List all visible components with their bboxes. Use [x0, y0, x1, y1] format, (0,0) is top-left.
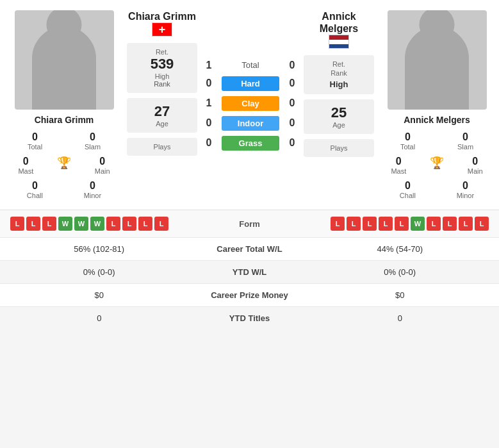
right-rank-type: High — [314, 79, 364, 89]
form-badge-left-2: L — [42, 217, 56, 231]
form-badge-right-3: L — [379, 217, 393, 231]
form-right: L L L L L W L L L L — [281, 217, 489, 231]
form-label: Form — [224, 219, 275, 229]
grass-badge: Grass — [222, 136, 279, 151]
form-badge-right-2: L — [363, 217, 377, 231]
right-player-card: Annick Melgers 0 Total 0 Slam 0 Mast — [379, 10, 495, 199]
career-wl-right: 44% (54-70) — [314, 244, 487, 254]
right-minor-stat: 0 Minor — [457, 180, 475, 199]
clay-score-left: 1 — [202, 97, 215, 109]
left-slam-stat: 0 Slam — [85, 131, 101, 151]
left-flag — [152, 22, 172, 37]
left-center-name: Chiara Grimm — [128, 10, 196, 22]
form-badge-left-7: L — [122, 217, 136, 231]
right-slam-stat: 0 Slam — [457, 131, 473, 151]
right-chall-stat: 0 Chall — [400, 180, 416, 199]
right-rank-label: Rank — [314, 69, 364, 77]
form-badge-left-4: W — [74, 217, 88, 231]
form-badge-right-0: L — [331, 217, 345, 231]
clay-score-right: 0 — [286, 97, 299, 109]
left-minor-stat: 0 Minor — [84, 180, 102, 199]
prize-money-label: Career Prize Money — [186, 290, 314, 300]
form-badge-left-3: W — [58, 217, 72, 231]
form-badge-right-9: L — [475, 217, 489, 231]
left-player-card: Chiara Grimm 0 Total 0 Slam 0 Mast — [6, 10, 122, 199]
left-chall-stat: 0 Chall — [27, 180, 43, 199]
right-total-stat: 0 Total — [400, 131, 415, 151]
left-center-info: Chiara Grimm Ret. 539 High Rank 27 Age P… — [127, 10, 197, 199]
right-mast-stat: 0 Mast — [391, 156, 406, 175]
form-section: L L L W W W L L L L Form L L L L L W L L… — [0, 210, 499, 237]
left-rank-value: 539 — [137, 56, 187, 72]
hard-score-left: 0 — [202, 78, 215, 89]
grass-row: 0 Grass 0 — [202, 136, 299, 151]
grass-score-right: 0 — [286, 137, 299, 149]
right-plays-box: Plays — [304, 139, 374, 157]
hard-row: 0 Hard 0 — [202, 76, 299, 91]
indoor-score-right: 0 — [286, 117, 299, 129]
prize-money-left: $0 — [13, 290, 186, 300]
right-age-label: Age — [314, 121, 364, 129]
left-trophy: 🏆 — [57, 156, 71, 175]
clay-row: 1 Clay 0 — [202, 96, 299, 111]
ytd-titles-row: 0 YTD Titles 0 — [0, 306, 499, 329]
form-badge-right-4: L — [395, 217, 409, 231]
ytd-titles-right: 0 — [314, 313, 487, 323]
ytd-titles-left: 0 — [13, 313, 186, 323]
form-badge-left-0: L — [10, 217, 24, 231]
left-age-value: 27 — [137, 103, 187, 120]
left-player-name: Chiara Grimm — [35, 115, 94, 125]
left-plays-label: Plays — [137, 143, 187, 151]
left-total-stat: 0 Total — [28, 131, 42, 151]
left-age-label: Age — [137, 120, 187, 128]
prize-money-right: $0 — [314, 290, 487, 300]
left-player-avatar — [15, 10, 114, 110]
left-main-stat: 0 Main — [95, 156, 110, 175]
form-badge-left-6: L — [106, 217, 120, 231]
total-score-right: 0 — [286, 60, 299, 71]
indoor-score-left: 0 — [202, 117, 215, 129]
right-player-avatar — [388, 10, 487, 110]
total-row: 1 Total 0 — [202, 60, 299, 71]
hard-badge: Hard — [222, 76, 279, 91]
right-age-box: 25 Age — [304, 99, 374, 134]
right-age-value: 25 — [314, 104, 364, 121]
left-player-stats: 0 Total 0 Slam 0 Mast 🏆 — [6, 129, 122, 199]
right-main-stat: 0 Main — [468, 156, 483, 175]
comparison-section: Chiara Grimm 0 Total 0 Slam 0 Mast — [0, 0, 499, 210]
left-ret-label: Ret. — [137, 48, 187, 56]
total-score-left: 1 — [202, 60, 215, 71]
right-flag — [329, 35, 349, 49]
stats-section: 56% (102-81) Career Total W/L 44% (54-70… — [0, 237, 499, 329]
form-badge-right-5: W — [411, 217, 425, 231]
main-container: Chiara Grimm 0 Total 0 Slam 0 Mast — [0, 0, 499, 329]
career-wl-left: 56% (102-81) — [13, 244, 186, 254]
right-trophy: 🏆 — [430, 156, 444, 175]
left-plays-box: Plays — [127, 138, 197, 156]
form-badge-left-1: L — [26, 217, 40, 231]
ytd-wl-left: 0% (0-0) — [13, 267, 186, 277]
total-label: Total — [222, 60, 279, 70]
form-badge-right-7: L — [443, 217, 457, 231]
ytd-wl-label: YTD W/L — [186, 267, 314, 277]
form-badge-right-1: L — [347, 217, 361, 231]
form-badge-left-8: L — [138, 217, 152, 231]
left-age-box: 27 Age — [127, 98, 197, 133]
right-player-stats: 0 Total 0 Slam 0 Mast 🏆 — [379, 129, 495, 199]
form-badge-left-5: W — [90, 217, 104, 231]
form-badge-right-6: L — [427, 217, 441, 231]
ytd-titles-label: YTD Titles — [186, 313, 314, 323]
grass-score-left: 0 — [202, 137, 215, 149]
hard-score-right: 0 — [286, 78, 299, 89]
form-badge-left-9: L — [154, 217, 168, 231]
left-rank-label: Rank — [137, 80, 187, 88]
career-wl-label: Career Total W/L — [186, 244, 314, 254]
indoor-row: 0 Indoor 0 — [202, 116, 299, 131]
indoor-badge: Indoor — [222, 116, 279, 131]
ytd-wl-right: 0% (0-0) — [314, 267, 487, 277]
form-badge-right-8: L — [459, 217, 473, 231]
ytd-wl-row: 0% (0-0) YTD W/L 0% (0-0) — [0, 260, 499, 283]
right-player-name: Annick Melgers — [404, 115, 470, 125]
left-rank-type: High — [137, 72, 187, 80]
form-left: L L L W W W L L L L — [10, 217, 219, 231]
